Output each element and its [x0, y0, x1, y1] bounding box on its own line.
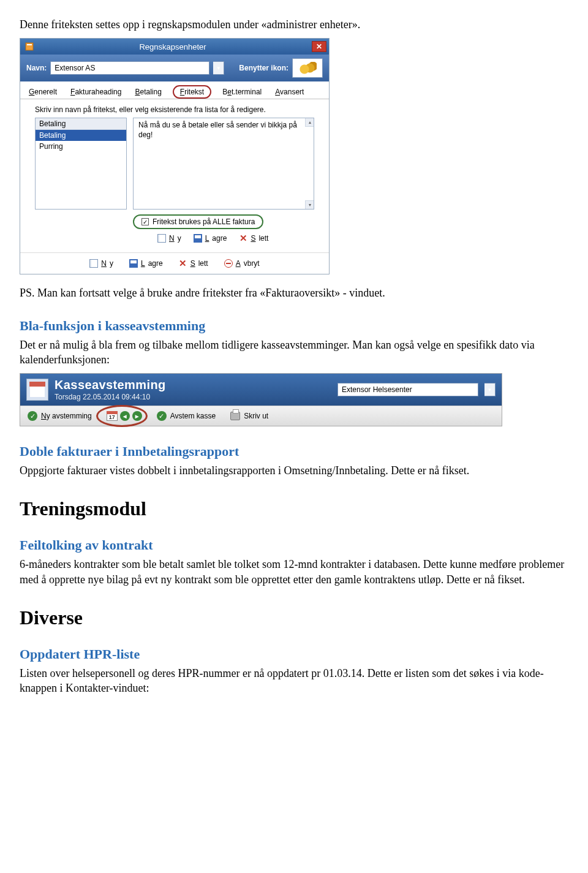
kasse-subtitle: Torsdag 22.05.2014 09:44:10 — [55, 393, 166, 402]
para-hpr: Listen over helsepersonell og deres HPR-… — [20, 666, 568, 696]
avstem-kasse-button[interactable]: ✓ Avstem kasse — [157, 411, 216, 421]
ny-button[interactable]: Ny — [157, 234, 181, 243]
lagre-button[interactable]: Lagre — [129, 259, 163, 268]
ikon-label: Benytter ikon: — [239, 64, 288, 72]
body-lists: Betaling Betaling Purring Nå må du se å … — [35, 118, 314, 210]
tab-fritekst[interactable]: Fritekst — [173, 85, 211, 99]
window-titlebar: Regnskapsenheter ✕ — [20, 39, 329, 55]
list-item[interactable]: Purring — [36, 141, 126, 152]
name-dropdown-icon[interactable]: ▼ — [213, 61, 224, 75]
scroll-down-icon[interactable]: ▾ — [305, 200, 314, 209]
print-icon — [230, 412, 240, 420]
tab-strip: Generelt Fakturaheading Betaling Friteks… — [20, 81, 329, 99]
window-toolbar: Navn: Extensor AS ▼ Benytter ikon: — [20, 55, 329, 81]
ps-text: PS. Man kan fortsatt velge å bruke andre… — [20, 285, 568, 300]
check-icon: ✓ — [28, 411, 37, 421]
checkbox-label: Fritekst brukes på ALLE faktura — [153, 217, 255, 226]
kasse-title: Kasseavstemming — [55, 377, 166, 393]
ny-avstemming-button[interactable]: ✓ Ny avstemming — [28, 411, 92, 421]
tab-generelt[interactable]: Generelt — [26, 85, 59, 99]
heading-bla: Bla-funksjon i kasseavstemming — [20, 318, 568, 334]
tab-body: Skriv inn navn på fritekst, eller velg e… — [20, 99, 329, 249]
kasseavstemming-toolbar: Kasseavstemming Torsdag 22.05.2014 09:44… — [20, 373, 502, 426]
inner-button-row: Ny Lagre ✕Slett — [35, 229, 314, 245]
cancel-icon — [224, 259, 233, 268]
delete-icon: ✕ — [179, 259, 187, 268]
kasse-header: Kasseavstemming Torsdag 22.05.2014 09:44… — [20, 374, 502, 406]
textarea-content: Nå må du se å betale eller så sender vi … — [138, 121, 297, 139]
check-icon: ✓ — [157, 411, 167, 421]
kasse-toolbar-row: ✓ Ny avstemming 17 ◄ ► ✓ Avstem kasse Sk… — [20, 406, 502, 426]
name-input[interactable]: Extensor AS — [50, 61, 209, 75]
new-icon — [89, 259, 98, 268]
all-invoices-checkbox[interactable]: ✓ Fritekst brukes på ALLE faktura — [133, 214, 263, 229]
coins-icon — [298, 62, 317, 74]
entity-select[interactable]: Extensor Helsesenter — [337, 383, 478, 396]
window-title: Regnskapsenheter — [34, 42, 312, 51]
close-icon[interactable]: ✕ — [312, 41, 326, 52]
lagre-button[interactable]: Lagre — [194, 234, 227, 243]
slett-button[interactable]: ✕Slett — [239, 234, 268, 243]
fritekst-textarea[interactable]: Nå må du se å betale eller så sender vi … — [133, 118, 314, 210]
checkbox-icon: ✓ — [141, 218, 149, 225]
para-feiltolk: 6-måneders kontrakter som ble betalt sam… — [20, 557, 568, 587]
new-icon — [157, 234, 166, 243]
tab-betaling[interactable]: Betaling — [132, 85, 164, 99]
tab-fakturaheading[interactable]: Fakturaheading — [68, 85, 124, 99]
calendar-header-icon — [26, 379, 48, 401]
scroll-up-icon[interactable]: ▴ — [305, 118, 314, 127]
fritekst-list[interactable]: Betaling Betaling Purring — [35, 118, 127, 210]
heading-feiltolk: Feiltolking av kontrakt — [20, 537, 568, 553]
footer-button-row: Ny Lagre ✕Slett Avbryt — [20, 252, 329, 274]
tab-avansert[interactable]: Avansert — [273, 85, 306, 99]
delete-icon: ✕ — [239, 234, 247, 243]
para-bla: Det er nå mulig å bla frem og tilbake me… — [20, 338, 568, 368]
window-icon — [25, 42, 34, 51]
para-doble: Oppgjorte fakturaer vistes dobbelt i inn… — [20, 463, 568, 478]
ny-button[interactable]: Ny — [89, 259, 113, 268]
entity-select-dropdown-icon[interactable]: ▼ — [484, 383, 496, 396]
save-icon — [194, 234, 202, 243]
avbryt-button[interactable]: Avbryt — [224, 259, 260, 268]
slett-button[interactable]: ✕Slett — [179, 259, 208, 268]
list-column-header: Betaling — [36, 118, 126, 130]
intro-text: Denne friteksten settes opp i regnskapsm… — [20, 17, 568, 32]
heading-doble: Doble fakturaer i Innbetalingsrapport — [20, 444, 568, 459]
heading-diverse: Diverse — [20, 607, 568, 629]
regnskapsenheter-window: Regnskapsenheter ✕ Navn: Extensor AS ▼ B… — [20, 38, 330, 274]
list-item[interactable]: Betaling — [36, 130, 126, 141]
heading-hpr: Oppdatert HPR-liste — [20, 646, 568, 662]
heading-treningsmodul: Treningsmodul — [20, 497, 568, 520]
svg-rect-0 — [26, 43, 33, 50]
ikon-picker[interactable] — [292, 58, 323, 78]
name-label: Navn: — [26, 64, 47, 72]
tab-betterminal[interactable]: Bet.terminal — [220, 85, 264, 99]
svg-rect-1 — [27, 44, 32, 45]
annotation-oval — [96, 405, 148, 427]
save-icon — [129, 259, 138, 268]
body-hint: Skriv inn navn på fritekst, eller velg e… — [35, 105, 314, 114]
skriv-ut-button[interactable]: Skriv ut — [230, 412, 268, 420]
